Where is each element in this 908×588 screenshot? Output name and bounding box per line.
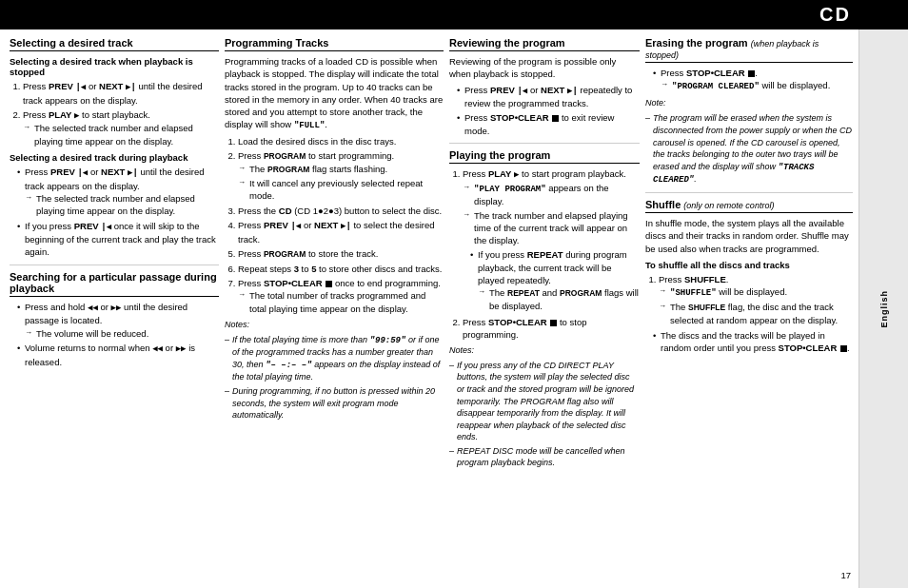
col4-steps: Press SHUFFLE. "SHUFFLE" will be display… — [645, 273, 853, 326]
col1-section2-title: Searching for a particular passage durin… — [10, 271, 219, 297]
list-item: Press PROGRAM to start programming. The … — [238, 149, 444, 202]
arrow-item: The selected track number and elapsed pl… — [23, 122, 219, 147]
col4-bullets: Press STOP•CLEAR . "PROGRAM CLEARED" wil… — [645, 67, 853, 93]
list-item: Repeat steps 3 to 5 to store other discs… — [238, 263, 444, 275]
col1-section2-bullets: Press and hold ◀◀ or ▶▶ until the desire… — [10, 301, 219, 368]
arrow-item: "SHUFFLE" will be displayed. — [659, 285, 853, 300]
col1-sub1-title: Selecting a desired track when playback … — [10, 56, 219, 77]
col4: Erasing the program (when playback is st… — [645, 37, 853, 582]
divider — [645, 192, 853, 193]
dash-item: The program will be erased when the syst… — [645, 112, 853, 186]
divider — [449, 143, 640, 144]
col4-bullets2: The discs and the tracks will be played … — [645, 329, 853, 355]
col1: Selecting a desired track Selecting a de… — [10, 37, 219, 582]
list-item: Press and hold ◀◀ or ▶▶ until the desire… — [19, 301, 219, 340]
list-item: Press STOP•CLEAR once to end programming… — [238, 277, 444, 315]
col3-intro: Reviewing of the program is possible onl… — [449, 55, 640, 81]
list-item: The discs and the tracks will be played … — [655, 329, 853, 355]
dash-item: During programming, if no button is pres… — [225, 385, 444, 421]
list-item: Press PREV |◀ or NEXT ▶| to select the d… — [238, 219, 444, 245]
list-item: If you press PREV |◀ once it will skip t… — [19, 220, 219, 259]
content-area: Selecting a desired track Selecting a de… — [0, 29, 908, 588]
sidebar-label: English — [879, 290, 889, 328]
list-item: Press STOP•CLEAR to stop programming. — [463, 316, 640, 342]
col4-section1-title: Erasing the program (when playback is st… — [645, 37, 853, 63]
list-item: Press PREV |◀ or NEXT ▶| until the desir… — [23, 80, 219, 107]
list-item: Press PROGRAM to store the track. — [238, 247, 444, 261]
list-item: Volume returns to normal when ◀◀ or ▶▶ i… — [19, 342, 219, 368]
right-sidebar: English — [859, 29, 908, 588]
divider — [10, 265, 219, 265]
page-title: CD — [819, 4, 851, 25]
col2-intro: Programming tracks of a loaded CD is pos… — [225, 55, 444, 132]
arrow-item: The REPEAT and PROGRAM flags will be dis… — [478, 286, 640, 312]
top-bar: CD — [0, 0, 908, 29]
arrow-item: The selected track number and elapsed pl… — [25, 192, 219, 218]
arrow-item: "PLAY PROGRAM" appears on the display. — [463, 182, 640, 208]
col4-section2-intro: In shuffle mode, the system plays all th… — [645, 217, 853, 255]
col3: Reviewing the program Reviewing of the p… — [449, 37, 640, 582]
col2-section-title: Programming Tracks — [225, 37, 444, 51]
arrow-item: The PROGRAM flag starts flashing. — [238, 163, 444, 176]
col1-bullets-during: Press PREV |◀ or NEXT ▶| until the desir… — [10, 166, 219, 259]
list-item: Press PLAY ▶ to start playback. The sele… — [23, 108, 219, 147]
list-item: Press PREV |◀ or NEXT ▶| repeatedly to r… — [459, 84, 640, 110]
col2: Programming Tracks Programming tracks of… — [225, 37, 444, 582]
list-item: Press SHUFFLE. "SHUFFLE" will be display… — [659, 273, 853, 326]
main-content: Selecting a desired track Selecting a de… — [0, 29, 859, 588]
list-item: Press STOP•CLEAR . "PROGRAM CLEARED" wil… — [655, 67, 853, 93]
arrow-item: The volume will be reduced. — [25, 327, 219, 340]
col3-section1-title: Reviewing the program — [449, 37, 640, 51]
list-item: Press PREV |◀ or NEXT ▶| until the desir… — [19, 166, 219, 217]
col4-note: The program will be erased when the syst… — [645, 112, 853, 186]
arrow-item: "PROGRAM CLEARED" will be displayed. — [661, 79, 853, 93]
arrow-item: The track number and elapsed playing tim… — [463, 209, 640, 247]
arrow-item: The SHUFFLE flag, the disc and the track… — [659, 301, 853, 326]
col1-section1-title: Selecting a desired track — [10, 37, 219, 51]
col3-notes: Notes: If you press any of the CD DIRECT… — [449, 344, 640, 469]
col3-steps: Press PLAY ▶ to start program playback. … — [449, 167, 640, 341]
notes-label: Notes: — [449, 344, 640, 357]
notes-label: Notes: — [225, 319, 444, 331]
arrow-item: It will cancel any previously selected r… — [238, 177, 444, 203]
list-item: Press PLAY ▶ to start program playback. … — [463, 167, 640, 312]
col3-bullets: Press PREV |◀ or NEXT ▶| repeatedly to r… — [449, 84, 640, 137]
list-item: Load the desired discs in the disc trays… — [238, 135, 444, 147]
col2-steps: Load the desired discs in the disc trays… — [225, 135, 444, 315]
col4-section2-title: Shuffle (only on remote control) — [645, 199, 853, 213]
dash-item: If you press any of the CD DIRECT PLAY b… — [449, 360, 640, 443]
list-item: Press the CD (CD 1●2●3) button to select… — [238, 205, 444, 217]
page-number: 17 — [840, 570, 851, 580]
col1-steps-stopped: Press PREV |◀ or NEXT ▶| until the desir… — [10, 80, 219, 147]
note-label: Note: — [645, 97, 853, 109]
arrow-item: The total number of tracks programmed an… — [238, 289, 444, 315]
list-item: Press STOP•CLEAR to exit review mode. — [459, 111, 640, 137]
col1-sub2-title: Selecting a desired track during playbac… — [10, 152, 219, 163]
dash-item: REPEAT DISC mode will be cancelled when … — [449, 445, 640, 469]
list-item: If you press REPEAT during program playb… — [472, 248, 640, 312]
nested-list: If you press REPEAT during program playb… — [463, 248, 640, 312]
col2-notes: Notes: If the total playing time is more… — [225, 319, 444, 421]
dash-item: If the total playing time is more than "… — [225, 334, 444, 383]
col3-section2-title: Playing the program — [449, 149, 640, 164]
page-container: CD Selecting a desired track Selecting a… — [0, 0, 908, 588]
col4-sub-title: To shuffle all the discs and tracks — [645, 260, 853, 270]
